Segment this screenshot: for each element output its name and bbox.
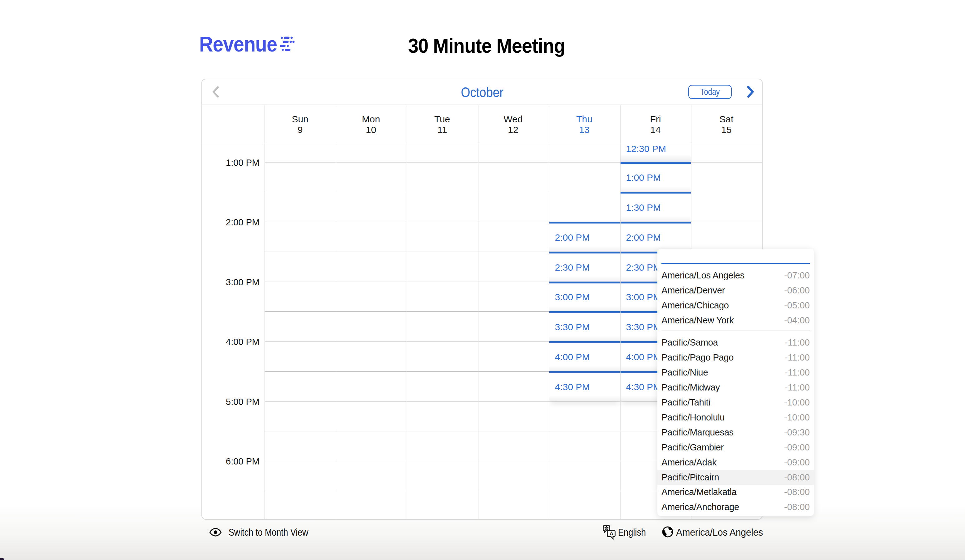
svg-text:A: A: [610, 531, 613, 536]
